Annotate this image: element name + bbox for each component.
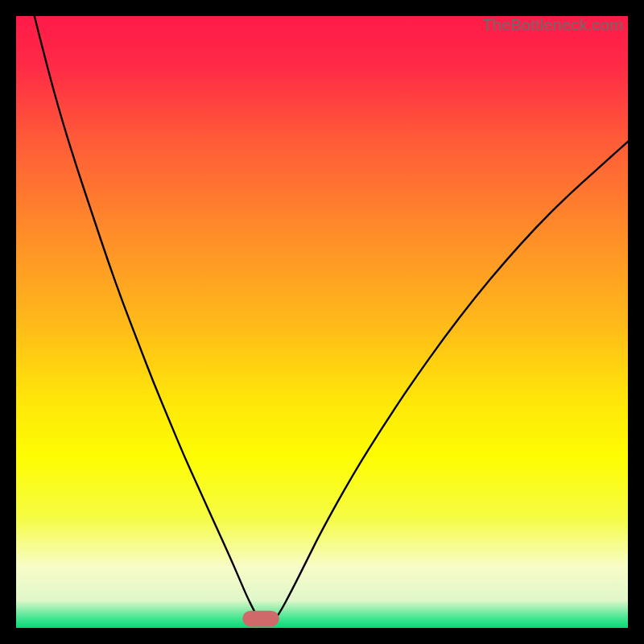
chart-frame: TheBottleneck.com bbox=[16, 16, 628, 628]
bottleneck-marker bbox=[242, 611, 279, 627]
bottleneck-curve-plot bbox=[16, 16, 628, 628]
gradient-background bbox=[16, 16, 628, 628]
watermark-label: TheBottleneck.com bbox=[482, 16, 623, 35]
